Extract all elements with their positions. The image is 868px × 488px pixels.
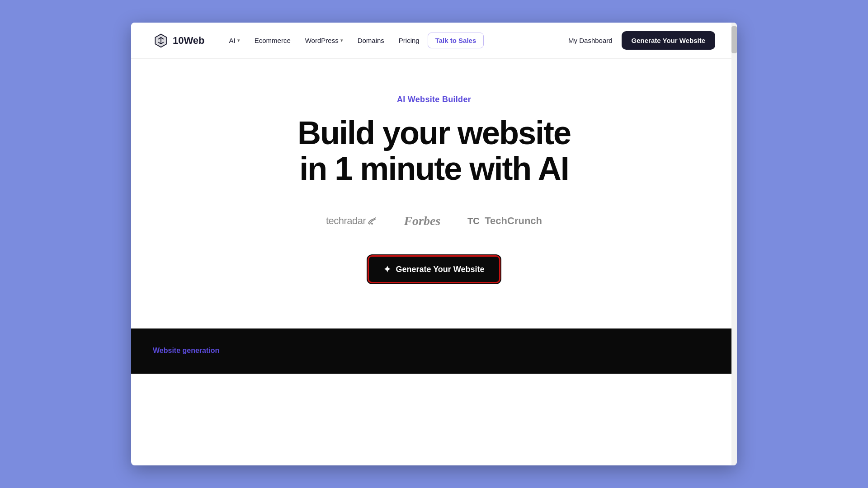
press-techradar: techradar: [326, 215, 377, 227]
nav-ai[interactable]: AI ▾: [223, 33, 246, 48]
hero-generate-button[interactable]: ✦ Generate Your Website: [368, 255, 500, 283]
hero-title-line1: Build your website: [297, 115, 571, 151]
press-techcrunch: TC TechCrunch: [467, 215, 542, 227]
hero-subtitle: AI Website Builder: [397, 95, 471, 104]
wordpress-chevron-icon: ▾: [340, 38, 343, 43]
ai-chevron-icon: ▾: [237, 38, 240, 43]
sparkle-icon: ✦: [383, 264, 391, 275]
press-logos: techradar Forbes TC TechCrunch: [326, 214, 542, 228]
hero-title-line2: in 1 minute with AI: [299, 150, 568, 187]
techradar-signal-icon: [368, 217, 377, 225]
logo-icon: [153, 33, 169, 49]
scrollbar-thumb[interactable]: [731, 26, 737, 53]
logo[interactable]: 10Web: [153, 33, 205, 49]
nav-wordpress[interactable]: WordPress ▾: [299, 33, 349, 48]
bottom-section-label: Website generation: [153, 347, 219, 354]
nav-generate-button[interactable]: Generate Your Website: [622, 31, 715, 50]
nav-right: My Dashboard Generate Your Website: [568, 31, 715, 50]
logo-text: 10Web: [173, 35, 205, 47]
bottom-section: Website generation: [131, 328, 737, 374]
hero-title: Build your website in 1 minute with AI: [297, 115, 571, 187]
browser-window: 10Web AI ▾ Ecommerce WordPress ▾ Domains…: [131, 23, 737, 465]
techcrunch-tc-icon: TC: [467, 216, 482, 226]
nav-ecommerce[interactable]: Ecommerce: [248, 33, 297, 48]
nav-pricing[interactable]: Pricing: [392, 33, 426, 48]
svg-point-0: [371, 223, 373, 225]
hero-section: AI Website Builder Build your website in…: [131, 59, 737, 328]
press-forbes: Forbes: [404, 214, 440, 228]
nav-links: AI ▾ Ecommerce WordPress ▾ Domains Prici…: [223, 33, 569, 48]
scrollbar[interactable]: [731, 23, 737, 465]
nav-domains[interactable]: Domains: [351, 33, 391, 48]
svg-text:TC: TC: [467, 216, 480, 226]
navbar: 10Web AI ▾ Ecommerce WordPress ▾ Domains…: [131, 23, 737, 59]
talk-to-sales-button[interactable]: Talk to Sales: [428, 33, 484, 48]
my-dashboard-link[interactable]: My Dashboard: [568, 37, 613, 44]
